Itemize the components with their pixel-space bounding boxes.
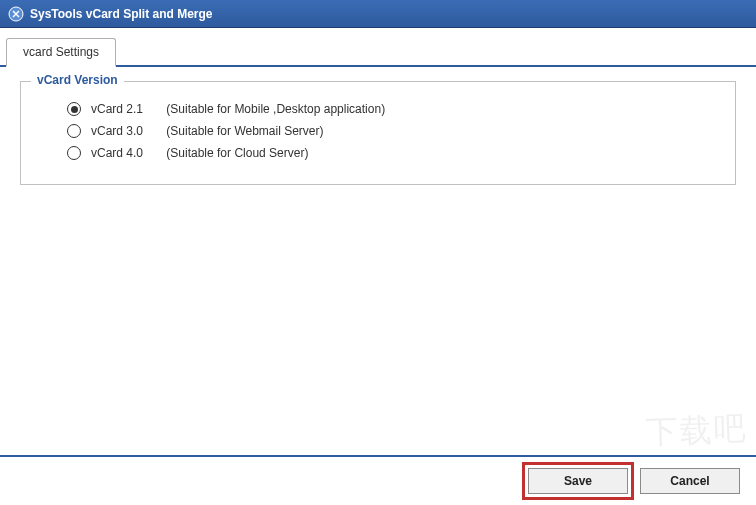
tab-vcard-settings[interactable]: vcard Settings [6,38,116,67]
app-title: SysTools vCard Split and Merge [30,7,212,21]
radio-vcard-4-0[interactable]: vCard 4.0 (Suitable for Cloud Server) [67,146,717,160]
radio-vcard-2-1[interactable]: vCard 2.1 (Suitable for Mobile ,Desktop … [67,102,717,116]
radio-label: vCard 3.0 (Suitable for Webmail Server) [91,124,324,138]
radio-label: vCard 2.1 (Suitable for Mobile ,Desktop … [91,102,385,116]
cancel-button[interactable]: Cancel [640,468,740,494]
save-button[interactable]: Save [528,468,628,494]
titlebar: SysTools vCard Split and Merge [0,0,756,28]
app-icon [8,6,24,22]
vcard-version-fieldset: vCard Version vCard 2.1 (Suitable for Mo… [20,81,736,185]
content-area: vCard Version vCard 2.1 (Suitable for Mo… [0,67,756,463]
radio-icon [67,102,81,116]
radio-vcard-3-0[interactable]: vCard 3.0 (Suitable for Webmail Server) [67,124,717,138]
tab-strip: vcard Settings [0,30,756,67]
footer: Save Cancel [0,455,756,505]
radio-icon [67,146,81,160]
tab-label: vcard Settings [23,45,99,59]
radio-label: vCard 4.0 (Suitable for Cloud Server) [91,146,308,160]
radio-icon [67,124,81,138]
fieldset-legend: vCard Version [31,73,124,87]
